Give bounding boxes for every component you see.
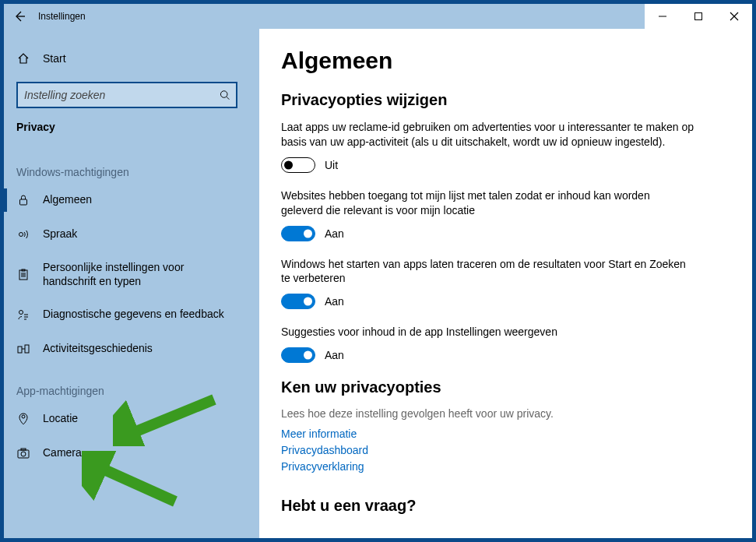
sidebar-section-windows-permissions: Windows-machtigingen xyxy=(4,147,259,183)
link-meer-informatie[interactable]: Meer informatie xyxy=(281,426,730,442)
lock-icon xyxy=(16,194,30,206)
sidebar-item-label: Activiteitsgeschiedenis xyxy=(43,342,153,356)
link-privacydashboard[interactable]: Privacydashboard xyxy=(281,442,730,459)
sidebar-item-label: Camera xyxy=(43,446,82,460)
search-input[interactable] xyxy=(24,89,220,101)
sidebar-item-algemeen[interactable]: Algemeen xyxy=(4,183,259,217)
minimize-icon xyxy=(658,12,667,21)
sidebar-item-label: Persoonlijke instellingen voor handschri… xyxy=(43,261,230,288)
sidebar-item-handschrift[interactable]: Persoonlijke instellingen voor handschri… xyxy=(4,252,259,297)
toggle-suggested-content[interactable] xyxy=(281,347,315,363)
sidebar-home[interactable]: Start xyxy=(4,41,259,76)
main-content: Algemeen Privacyopties wijzigen Laat app… xyxy=(259,29,752,538)
svg-point-3 xyxy=(19,233,23,237)
sidebar-item-label: Spraak xyxy=(43,227,77,241)
sidebar-item-activiteit[interactable]: Activiteitsgeschiedenis xyxy=(4,332,259,366)
home-icon xyxy=(16,52,30,65)
svg-point-1 xyxy=(220,91,227,98)
svg-rect-8 xyxy=(25,345,29,353)
sidebar-category: Privacy xyxy=(4,116,259,147)
svg-point-6 xyxy=(19,311,23,315)
speech-icon xyxy=(16,228,30,241)
location-icon xyxy=(16,413,30,425)
svg-rect-12 xyxy=(21,449,26,450)
section-subtitle-know-privacy: Lees hoe deze instelling gevolgen heeft … xyxy=(281,407,730,420)
page-title: Algemeen xyxy=(281,48,730,74)
svg-rect-0 xyxy=(695,13,702,20)
search-box[interactable] xyxy=(16,82,237,108)
section-title-have-question: Hebt u een vraag? xyxy=(281,497,730,515)
sidebar-item-label: Algemeen xyxy=(43,193,92,207)
search-icon xyxy=(220,90,230,100)
section-title-know-privacy: Ken uw privacyopties xyxy=(281,378,730,396)
toggle-app-launch-tracking[interactable] xyxy=(281,294,315,309)
window-title: Instellingen xyxy=(35,11,86,22)
toggle-state-label: Aan xyxy=(325,227,344,240)
sidebar-item-spraak[interactable]: Spraak xyxy=(4,217,259,252)
maximize-button[interactable] xyxy=(680,4,716,29)
titlebar: Instellingen xyxy=(4,4,752,29)
section-title-privacy-options: Privacyopties wijzigen xyxy=(281,91,730,109)
close-button[interactable] xyxy=(716,4,752,29)
option-desc-language-list: Websites hebben toegang tot mijn lijst m… xyxy=(281,188,694,218)
maximize-icon xyxy=(694,12,703,21)
svg-rect-2 xyxy=(20,199,27,205)
sidebar-item-diagnostiek[interactable]: Diagnostische gegevens en feedback xyxy=(4,297,259,332)
svg-point-9 xyxy=(22,415,25,418)
camera-icon xyxy=(16,448,30,459)
sidebar-item-label: Locatie xyxy=(43,412,78,426)
activity-icon xyxy=(16,343,30,355)
toggle-state-label: Aan xyxy=(325,295,344,308)
link-privacyverklaring[interactable]: Privacyverklaring xyxy=(281,459,730,475)
minimize-button[interactable] xyxy=(645,4,680,29)
sidebar-section-app-permissions: App-machtigingen xyxy=(4,366,259,402)
sidebar-item-label: Diagnostische gegevens en feedback xyxy=(43,308,224,322)
sidebar-home-label: Start xyxy=(43,52,66,65)
toggle-state-label: Uit xyxy=(325,159,338,171)
clipboard-icon xyxy=(16,269,30,281)
feedback-icon xyxy=(16,308,30,321)
close-icon xyxy=(730,12,739,21)
sidebar-item-camera[interactable]: Camera xyxy=(4,436,259,470)
sidebar: Start Privacy Windows-machtigingen Algem… xyxy=(4,29,259,538)
svg-point-11 xyxy=(21,452,26,456)
svg-rect-7 xyxy=(18,347,22,353)
toggle-language-list[interactable] xyxy=(281,226,315,241)
sidebar-item-locatie[interactable]: Locatie xyxy=(4,402,259,436)
option-desc-advertising-id: Laat apps uw reclame-id gebruiken om adv… xyxy=(281,120,694,150)
toggle-advertising-id[interactable] xyxy=(281,157,315,173)
option-desc-suggested-content: Suggesties voor inhoud in de app Instell… xyxy=(281,325,694,340)
back-button[interactable] xyxy=(4,4,35,29)
option-desc-app-launch-tracking: Windows het starten van apps laten trace… xyxy=(281,257,694,287)
toggle-state-label: Aan xyxy=(325,349,344,361)
arrow-left-icon xyxy=(13,10,26,23)
